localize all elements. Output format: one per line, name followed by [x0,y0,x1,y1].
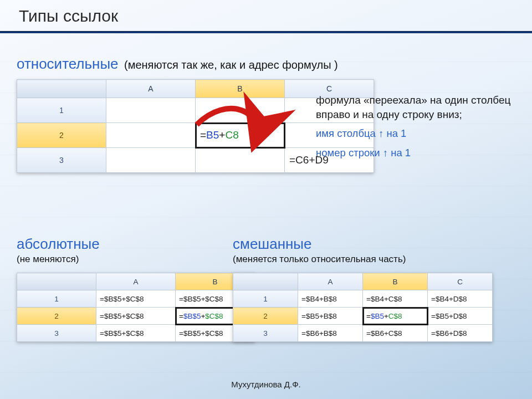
side-line1: формула «переехала» на один столбец впра… [316,93,515,121]
table-header-row: A B [17,273,255,290]
section-absolute: абсолютные (не меняются) A B 1 =$B$5+$C$… [17,236,222,342]
table-absolute: A B 1 =$B$5+$C$8 =$B$5+$C$8 2 =$B$5+$C$8… [17,273,255,342]
section-mixed: смешанные (меняется только относительная… [233,236,515,342]
formula-ref2: C8 [225,129,238,141]
col-header: A [298,273,363,290]
relative-side-text: формула «переехала» на один столбец впра… [316,93,515,166]
formula-eq: = [200,129,206,141]
table-row: 1 =$B$5+$C$8 =$B$5+$C$8 [17,290,255,308]
mixed-note: (меняется только относительная часть) [233,254,515,265]
title-rule [0,31,532,33]
row-header: 2 [17,123,106,148]
cell: =$B6+D$8 [428,325,493,342]
row-header: 3 [233,325,298,342]
cell: =$B$5+$C$8 [96,325,176,342]
cell: =$B4+C$8 [363,290,428,308]
absolute-note: (не меняются) [17,254,222,265]
cell [196,148,285,173]
row-header: 3 [17,325,96,342]
relative-heading: относительные [17,55,119,72]
formula-ref1: B5 [206,129,219,141]
table-row: 2 =$B$5+$C$8 =$B$5+$C$8 [17,308,255,325]
cell [106,98,196,123]
formula-ref2: $C$8 [205,312,223,320]
cell: =$B5+D$8 [428,308,493,325]
corner-cell [233,273,298,290]
absolute-heading: абсолютные [17,236,222,253]
page-title: Типы ссылок [0,4,532,31]
row-header: 1 [233,290,298,308]
cell: =$B$5+$C$8 [96,308,176,325]
side-line2: имя столбца ↑ на 1 [316,127,515,141]
cell [106,148,196,173]
table-header-row: A B C [233,273,493,290]
row-header: 2 [233,308,298,325]
formula-eq: = [179,312,183,320]
table-row: 2 =$B5+B$8 =$B5+C$8 =$B5+D$8 [233,308,493,325]
cell: =$B4+D$8 [428,290,493,308]
cell-b2: =B5+C8 [196,123,285,148]
cell: =$B$5+$C$8 [96,290,176,308]
corner-cell [17,80,106,98]
row-header: 3 [17,148,106,173]
formula-ref2: C$8 [388,312,402,320]
table-row: 3 =$B$5+$C$8 =$B$5+$C$8 [17,325,255,342]
table-row: 1 =$B4+B$8 =$B4+C$8 =$B4+D$8 [233,290,493,308]
cell: =$B4+B$8 [298,290,363,308]
formula-plus: + [219,129,225,141]
slide-header: Типы ссылок [0,4,532,33]
formula-plus: + [384,312,388,320]
row-header: 1 [17,290,96,308]
row-header: 2 [17,308,96,325]
formula-eq: = [366,312,371,320]
side-line3: номер строки ↑ на 1 [316,146,515,160]
table-row: 3 =$B6+B$8 =$B6+C$8 =$B6+D$8 [233,325,493,342]
relative-note: (меняются так же, как и адрес формулы ) [124,59,338,71]
cell [196,98,285,123]
cell: =$B6+C$8 [363,325,428,342]
col-header: A [96,273,176,290]
cell [106,123,196,148]
formula-ref1: $B5 [371,312,384,320]
table-mixed: A B C 1 =$B4+B$8 =$B4+C$8 =$B4+D$8 2 =$B… [233,273,493,342]
cell: =$B5+B$8 [298,308,363,325]
relative-heading-row: относительные (меняются так же, как и ад… [17,55,515,73]
col-header: C [428,273,493,290]
row-header: 1 [17,98,106,123]
cell-b2: =$B5+C$8 [363,308,428,325]
col-header: B [196,80,285,98]
corner-cell [17,273,96,290]
col-header: B [363,273,428,290]
formula-ref1: $B$5 [183,312,201,320]
mixed-heading: смешанные [233,236,515,253]
cell: =$B6+B$8 [298,325,363,342]
footer-author: Мухутдинова Д.Ф. [0,380,532,389]
col-header: A [106,80,196,98]
